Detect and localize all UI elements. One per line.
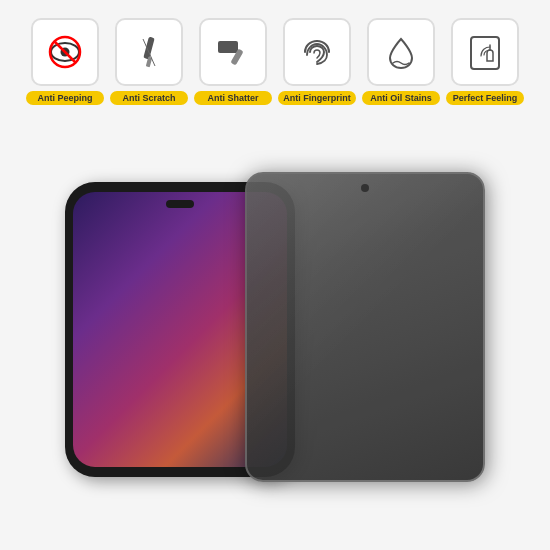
protector-shine [247, 174, 483, 480]
scratch-icon [128, 31, 170, 73]
phone-area [10, 123, 540, 540]
page-container: Anti Peeping Anti Scratch [0, 0, 550, 550]
feature-anti-shatter: Anti Shatter [194, 18, 272, 105]
feature-anti-peeping: Anti Peeping [26, 18, 104, 105]
features-row: Anti Peeping Anti Scratch [10, 18, 540, 105]
anti-oil-stains-label: Anti Oil Stains [362, 91, 440, 105]
svg-rect-4 [143, 37, 154, 60]
anti-scratch-icon-box [115, 18, 183, 86]
anti-fingerprint-icon-box [283, 18, 351, 86]
anti-scratch-label: Anti Scratch [110, 91, 188, 105]
touch-icon [464, 31, 506, 73]
phone-notch [166, 200, 194, 208]
feature-anti-oil-stains: Anti Oil Stains [362, 18, 440, 105]
protector-notch [361, 184, 369, 192]
svg-rect-7 [218, 41, 238, 53]
anti-shatter-label: Anti Shatter [194, 91, 272, 105]
eye-slash-icon [44, 31, 86, 73]
feature-anti-scratch: Anti Scratch [110, 18, 188, 105]
anti-peeping-icon-box [31, 18, 99, 86]
feature-perfect-feeling: Perfect Feeling [446, 18, 524, 105]
perfect-feeling-label: Perfect Feeling [446, 91, 524, 105]
screen-protector [245, 172, 485, 482]
anti-shatter-icon-box [199, 18, 267, 86]
phone-wrapper [65, 172, 485, 492]
anti-fingerprint-label: Anti Fingerprint [278, 91, 356, 105]
feature-anti-fingerprint: Anti Fingerprint [278, 18, 356, 105]
hammer-icon [212, 31, 254, 73]
perfect-feeling-icon-box [451, 18, 519, 86]
anti-oil-stains-icon-box [367, 18, 435, 86]
fingerprint-icon [296, 31, 338, 73]
drop-icon [380, 31, 422, 73]
anti-peeping-label: Anti Peeping [26, 91, 104, 105]
